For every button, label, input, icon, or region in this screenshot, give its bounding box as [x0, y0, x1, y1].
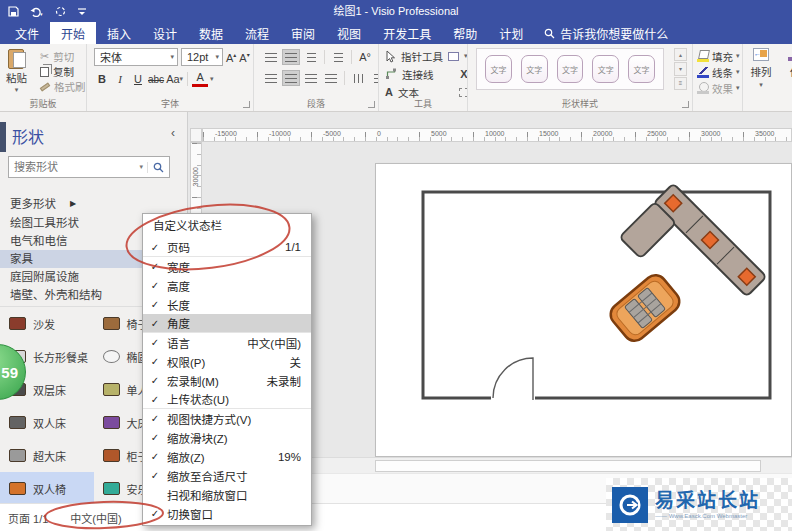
master-shape-item[interactable]: 双人床: [0, 406, 94, 439]
fill-button[interactable]: 填充▾: [697, 48, 740, 64]
ribbon-tab[interactable]: 设计: [142, 22, 188, 44]
gallery-up-button[interactable]: ▴: [674, 48, 687, 61]
align-right-button[interactable]: [302, 70, 320, 86]
ribbon-tab[interactable]: 计划: [488, 22, 534, 44]
cut-icon: ✂: [40, 50, 49, 63]
align-center-button[interactable]: [282, 70, 300, 86]
copy-button[interactable]: 复制: [40, 64, 86, 79]
connection-point-tool[interactable]: X: [460, 68, 467, 80]
grow-font-button[interactable]: A▴: [226, 51, 236, 64]
search-dropdown-caret[interactable]: ▾: [135, 163, 147, 171]
context-menu-item[interactable]: ✓ 缩放(Z) 19%: [143, 447, 311, 466]
justify-button[interactable]: [322, 70, 340, 86]
underline-button[interactable]: U: [130, 71, 146, 87]
font-size-combo[interactable]: 12pt▾: [181, 48, 223, 66]
master-shape-item[interactable]: 沙发: [0, 307, 94, 340]
paste-button[interactable]: 粘贴 ▾: [6, 48, 27, 93]
context-menu-item[interactable]: ✓ 视图快捷方式(V): [143, 409, 311, 428]
connector-tool-button[interactable]: 连接线 X: [385, 65, 468, 83]
ribbon-tab[interactable]: 流程: [234, 22, 280, 44]
drawing-shape-icon[interactable]: [459, 88, 468, 97]
shape-styles-dialog-launcher[interactable]: [682, 101, 689, 108]
context-menu-item[interactable]: ✓ 缩放滑块(Z): [143, 428, 311, 447]
context-menu-item[interactable]: ✓ 宏录制(M) 未录制: [143, 371, 311, 390]
context-menu-item[interactable]: ✓ 语言 中文(中国): [143, 333, 311, 352]
ribbon-tab[interactable]: 插入: [96, 22, 142, 44]
loveseat-shape[interactable]: [606, 271, 684, 346]
master-shape-item[interactable]: 超大床: [0, 439, 94, 472]
effects-button[interactable]: 效果▾: [697, 80, 740, 96]
align-left-button[interactable]: [262, 70, 280, 86]
ribbon-tab[interactable]: 帮助: [442, 22, 488, 44]
shape-style-thumb[interactable]: 文字: [628, 55, 655, 83]
effects-label: 效果: [712, 81, 733, 96]
font-color-caret[interactable]: ▾: [210, 76, 214, 82]
context-menu-item[interactable]: ✓ 权限(P) 关: [143, 352, 311, 371]
ribbon-tab[interactable]: 开始: [50, 22, 96, 44]
context-menu-item[interactable]: ✓ 切换窗口: [143, 504, 311, 523]
more-shapes[interactable]: 更多形状 ▶: [10, 195, 76, 211]
cut-label: 剪切: [53, 49, 74, 64]
font-dialog-launcher[interactable]: [243, 101, 250, 108]
position-button[interactable]: 位 ▾: [779, 48, 792, 88]
pointer-tool-button[interactable]: 指针工具 ▾: [385, 47, 468, 65]
gallery-down-button[interactable]: ▾: [674, 62, 687, 75]
align-top-icon: [265, 53, 277, 62]
arrange-button[interactable]: 排列 ▾: [745, 48, 777, 88]
cut-button[interactable]: ✂剪切: [40, 49, 86, 64]
context-menu-item[interactable]: 扫视和缩放窗口: [143, 485, 311, 504]
font-color-label: A: [196, 72, 203, 83]
search-button[interactable]: [147, 162, 169, 173]
shape-style-thumb[interactable]: 文字: [521, 55, 548, 83]
context-menu-item[interactable]: ✓ 页码 1/1: [143, 238, 311, 257]
panel-collapse-button[interactable]: ‹: [171, 126, 175, 140]
room-shape[interactable]: [423, 192, 770, 403]
master-shape-item[interactable]: 双人椅: [0, 472, 94, 505]
bullets-button[interactable]: [329, 49, 347, 65]
ribbon-tab[interactable]: 审阅: [280, 22, 326, 44]
context-menu-item[interactable]: ✓ 宽度: [143, 257, 311, 276]
ribbon-tab[interactable]: 视图: [326, 22, 372, 44]
text-options-button[interactable]: A°: [356, 49, 374, 65]
bold-button[interactable]: B: [94, 71, 110, 87]
context-menu-item[interactable]: ✓ 长度: [143, 295, 311, 314]
strikethrough-button[interactable]: abc: [148, 71, 164, 87]
change-case-button[interactable]: Aa▾: [166, 71, 183, 87]
tell-me-box[interactable]: 告诉我你想要做什么: [534, 22, 678, 44]
check-mark: ✓: [143, 451, 167, 462]
text-direction-button[interactable]: [349, 70, 367, 86]
rectangle-tool-icon[interactable]: [448, 52, 459, 61]
ribbon-tab[interactable]: 数据: [188, 22, 234, 44]
status-language[interactable]: 中文(中国): [70, 510, 121, 526]
align-bottom-button[interactable]: [302, 49, 320, 65]
ribbon-tab[interactable]: 文件: [4, 22, 50, 44]
gallery-more-button[interactable]: ≡: [674, 77, 687, 90]
copy-label: 复制: [53, 64, 74, 79]
shape-style-thumb[interactable]: 文字: [557, 55, 584, 83]
scrollbar-thumb[interactable]: [375, 460, 761, 472]
check-mark: ✓: [143, 299, 167, 310]
font-family-combo[interactable]: 宋体▾: [94, 48, 178, 66]
master-shape-icon: [103, 317, 120, 330]
align-top-button[interactable]: [262, 49, 280, 65]
status-page-number[interactable]: 页面 1/1: [8, 510, 48, 526]
italic-button[interactable]: I: [112, 71, 128, 87]
context-menu-item[interactable]: ✓ 角度: [143, 314, 311, 333]
align-middle-button[interactable]: [282, 49, 300, 65]
shapes-panel-title: 形状: [12, 124, 44, 148]
context-menu-item[interactable]: ✓ 缩放至合适尺寸: [143, 466, 311, 485]
context-menu-item[interactable]: ✓ 高度: [143, 276, 311, 295]
shrink-font-button[interactable]: A▾: [239, 51, 249, 64]
ribbon-tab[interactable]: 开发工具: [372, 22, 442, 44]
panel-grip[interactable]: [0, 122, 6, 152]
paragraph-dialog-launcher[interactable]: [368, 101, 375, 108]
context-menu-item[interactable]: ✓ 上传状态(U): [143, 390, 311, 409]
line-button[interactable]: 线条▾: [697, 64, 740, 80]
format-painter-button[interactable]: 格式刷: [40, 79, 86, 94]
rectangle-tool-caret[interactable]: ▾: [464, 53, 468, 59]
font-color-button[interactable]: A: [192, 71, 208, 87]
shape-search-input[interactable]: [9, 161, 135, 173]
shape-style-thumb[interactable]: 文字: [592, 55, 619, 83]
decrease-indent-button[interactable]: [369, 70, 379, 86]
shape-style-thumb[interactable]: 文字: [485, 55, 512, 83]
